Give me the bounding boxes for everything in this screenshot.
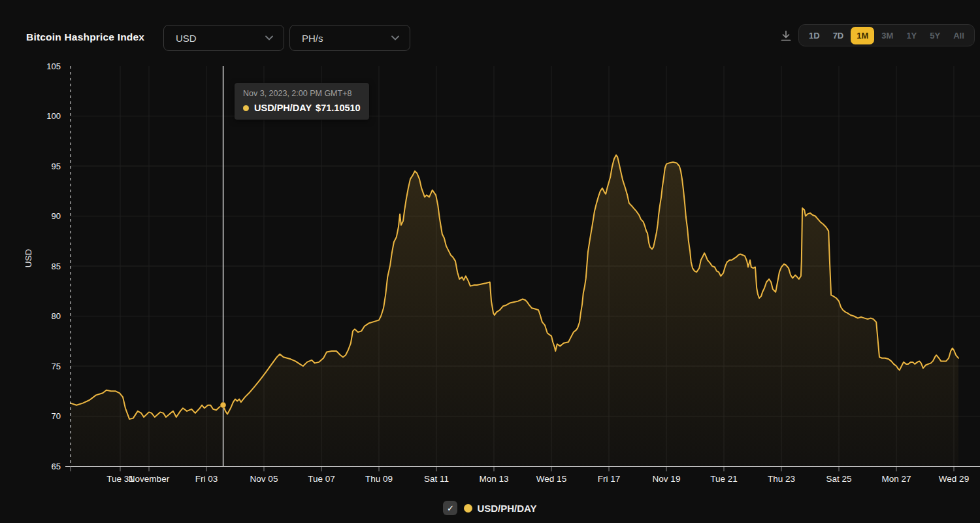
y-axis-tick-label: 90 — [52, 211, 61, 221]
x-axis-tick-label: Thu 09 — [365, 474, 393, 484]
y-axis-tick-label: 80 — [52, 311, 61, 321]
x-axis-tick-label: Wed 29 — [939, 474, 969, 484]
x-axis-tick-label: November — [129, 474, 170, 484]
y-axis-tick-label: 70 — [52, 411, 61, 421]
tooltip-series-label: USD/PH/DAY — [254, 103, 312, 113]
y-axis-tick-label: 75 — [52, 362, 61, 371]
x-axis-tick-label: Wed 15 — [536, 474, 566, 484]
x-axis-tick-label: Mon 13 — [479, 474, 508, 484]
check-icon: ✓ — [447, 503, 454, 513]
chart-tooltip: Nov 3, 2023, 2:00 PM GMT+8 USD/PH/DAY $7… — [235, 83, 369, 120]
x-axis-tick-label: Tue 21 — [710, 474, 738, 484]
x-axis-tick-label: Thu 23 — [768, 474, 795, 484]
x-axis-tick-label: Sat 11 — [424, 474, 449, 484]
x-axis-tick-label: Fri 03 — [195, 474, 218, 484]
x-axis-tick-label: Sat 25 — [826, 474, 851, 484]
y-axis-tick-label: 85 — [52, 262, 61, 271]
tooltip-timestamp: Nov 3, 2023, 2:00 PM GMT+8 — [243, 89, 361, 98]
y-axis-tick-label: 105 — [46, 61, 61, 71]
crosshair-point — [220, 402, 226, 408]
y-axis-title: USD — [24, 249, 33, 268]
y-axis-tick-label: 95 — [52, 161, 61, 171]
series-area — [71, 155, 958, 466]
x-axis-tick-label: Mon 27 — [881, 474, 911, 484]
tooltip-series-value: $71.10510 — [316, 103, 361, 113]
legend-series-dot — [464, 504, 472, 513]
chart-legend: ✓ USD/PH/DAY — [0, 501, 980, 515]
y-axis-tick-label: 100 — [46, 111, 61, 121]
y-axis-tick-label: 65 — [52, 462, 61, 471]
hashprice-chart[interactable]: 65707580859095100105Tue 31NovemberFri 03… — [0, 0, 980, 523]
x-axis-tick-label: Tue 07 — [308, 474, 335, 484]
legend-checkbox[interactable]: ✓ — [443, 501, 457, 515]
x-axis-tick-label: Fri 17 — [598, 474, 621, 484]
x-axis-tick-label: Nov 19 — [653, 474, 681, 484]
legend-series-label[interactable]: USD/PH/DAY — [477, 503, 536, 514]
tooltip-series-dot — [243, 105, 249, 111]
x-axis-tick-label: Nov 05 — [250, 474, 278, 484]
